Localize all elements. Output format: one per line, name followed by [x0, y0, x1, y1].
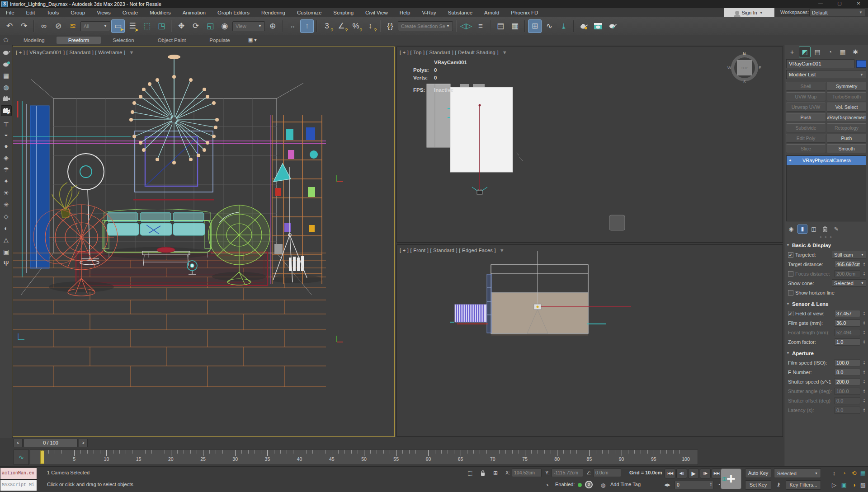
- select-and-manipulate-icon[interactable]: ↔: [286, 19, 299, 33]
- motion-tab-icon[interactable]: ◔: [824, 47, 836, 57]
- vray-last-render-icon[interactable]: [1, 58, 12, 69]
- minimize-icon[interactable]: —: [811, 0, 830, 8]
- scene-explorer-icon[interactable]: ▤: [494, 19, 507, 33]
- view-cube-face[interactable]: TOP: [737, 60, 752, 75]
- window-crossing-icon[interactable]: ◳: [155, 19, 168, 33]
- spinner-control[interactable]: ▲▼: [862, 397, 866, 404]
- layer-explorer-icon[interactable]: ▦: [508, 19, 522, 33]
- snaps-toggle-icon[interactable]: ↑: [300, 19, 314, 33]
- reference-coordinate-dropdown[interactable]: View▼: [232, 21, 265, 31]
- render-production-icon[interactable]: [606, 19, 619, 33]
- modifier-list-dropdown[interactable]: Modifier List▼: [786, 70, 866, 79]
- roll-camera-icon[interactable]: ◑: [850, 481, 858, 489]
- latency-field[interactable]: 0.0: [834, 407, 860, 414]
- current-frame-field[interactable]: 0: [675, 481, 713, 489]
- vray-dome-light-icon[interactable]: ◒: [1, 129, 12, 140]
- film-gate-field[interactable]: 36.0: [834, 319, 860, 327]
- frame-spinner[interactable]: ▲▼: [709, 481, 713, 488]
- tab-object-paint[interactable]: Object Paint: [146, 37, 198, 44]
- unlink-selection-icon[interactable]: ⊘: [52, 19, 65, 33]
- selection-lock-region-icon[interactable]: ⬚: [466, 469, 475, 478]
- add-time-tag[interactable]: Add Time Tag: [610, 482, 641, 487]
- walk-through-icon[interactable]: ▣: [840, 481, 848, 489]
- vray-light-lister-icon[interactable]: ◍: [1, 82, 12, 93]
- spinner-control[interactable]: ▲▼: [862, 310, 866, 317]
- rollout-sensor-lens[interactable]: ▼Sensor & Lens: [786, 299, 866, 309]
- selection-set-dropdown[interactable]: Selected▼: [774, 469, 821, 478]
- create-tab-icon[interactable]: +: [786, 47, 798, 57]
- select-and-link-icon[interactable]: ∞: [37, 19, 51, 33]
- display-tab-icon[interactable]: ▦: [837, 47, 849, 57]
- schematic-view-icon[interactable]: ⤓: [557, 19, 571, 33]
- stack-item-vrayphysicalcamera[interactable]: ● VRayPhysicalCamera: [787, 156, 866, 165]
- vray-stereo-rig-icon[interactable]: △: [1, 234, 12, 245]
- menu-civil-view[interactable]: Civil View: [359, 8, 394, 17]
- modifier-button-unwrap-uvw[interactable]: Unwrap UVW: [786, 103, 826, 112]
- select-and-rotate-icon[interactable]: ⟳: [189, 19, 203, 33]
- named-selection-sets-dropdown[interactable]: Create Selection Se▼: [398, 21, 453, 31]
- maximize-viewport-toggle-icon[interactable]: ▧: [859, 481, 867, 489]
- utilities-tab-icon[interactable]: ✱: [849, 47, 861, 57]
- modifier-button-slice[interactable]: Slice: [786, 144, 826, 153]
- target-distance-field[interactable]: 465.697cm: [834, 261, 860, 268]
- spinner-control[interactable]: ▲▼: [862, 319, 866, 327]
- film-speed-field[interactable]: 100.0: [834, 359, 860, 366]
- camera-viewport-label[interactable]: [ + ] [ VRayCam001 ] [ Standard ] [ Wire…: [16, 50, 134, 55]
- menu-scripting[interactable]: Scripting: [327, 8, 359, 17]
- rendered-frame-window-icon[interactable]: [591, 19, 605, 33]
- key-filters-button[interactable]: Key Filters...: [786, 480, 821, 490]
- f-number-field[interactable]: 8.0: [834, 369, 860, 376]
- select-and-move-icon[interactable]: ✥: [175, 19, 188, 33]
- fov-field[interactable]: 37.457: [834, 310, 860, 317]
- menu-tools[interactable]: Tools: [41, 8, 65, 17]
- rollout-aperture[interactable]: ▼Aperture: [786, 348, 866, 358]
- previous-frame-button[interactable]: ◀||: [676, 469, 687, 478]
- vray-sun-icon[interactable]: ☀: [1, 187, 12, 198]
- set-key-button[interactable]: Set Key: [745, 480, 771, 490]
- animation-layer-badge[interactable]: 0: [585, 481, 593, 488]
- modifier-button-shell[interactable]: Shell: [786, 82, 826, 91]
- ribbon-toggle-icon[interactable]: ⊞: [528, 19, 542, 33]
- vray-fur-icon[interactable]: Ψ: [1, 258, 12, 269]
- front-viewport-canvas[interactable]: [397, 245, 783, 436]
- create-key-button[interactable]: +⚿: [721, 469, 741, 489]
- play-button[interactable]: ▶: [688, 469, 699, 478]
- ribbon-polygon-icon[interactable]: ⬠: [0, 37, 12, 43]
- view-cube[interactable]: TOP N S W E: [730, 53, 759, 82]
- vray-ambient-light-icon[interactable]: ✳: [1, 199, 12, 210]
- tab-modeling[interactable]: Modeling: [12, 37, 57, 44]
- modifier-button-edit-poly[interactable]: Edit Poly: [786, 134, 826, 143]
- frame-forward-button[interactable]: >: [79, 439, 88, 447]
- mirror-icon[interactable]: ◁▷: [459, 19, 473, 33]
- modifier-button-subdivide[interactable]: Subdivide: [786, 123, 826, 132]
- menu-animation[interactable]: Animation: [177, 8, 212, 17]
- z-coordinate-field[interactable]: 0.0cm: [593, 469, 621, 477]
- bind-to-space-warp-icon[interactable]: ≋: [66, 19, 80, 33]
- object-color-swatch[interactable]: [856, 60, 866, 68]
- modifier-button-vraydisplacement[interactable]: VRayDisplacement: [827, 113, 866, 122]
- menu-graph-editors[interactable]: Graph Editors: [212, 8, 255, 17]
- pan-view-icon[interactable]: ▷: [830, 481, 838, 489]
- focus-distance-checkbox[interactable]: [788, 271, 793, 276]
- panel-divider[interactable]: ● ● ●: [786, 235, 866, 239]
- spinner-control[interactable]: ▲▼: [862, 338, 866, 346]
- shutter-angle-field[interactable]: 180.0: [834, 388, 860, 395]
- modifier-button-sm[interactable]: Smooth: [827, 144, 866, 153]
- vray-ies-light-icon[interactable]: ✦: [1, 176, 12, 187]
- spinner-control[interactable]: ▲▼: [862, 261, 866, 268]
- redo-icon[interactable]: ↷: [17, 19, 31, 33]
- vray-plane-light-icon[interactable]: ┬: [1, 117, 12, 128]
- shutter-speed-field[interactable]: 200.0: [834, 378, 860, 385]
- object-name-field[interactable]: VRayCam001: [786, 59, 854, 68]
- maxscript-listener-line1[interactable]: actionMan.ex: [0, 468, 37, 479]
- select-and-place-icon[interactable]: ◉: [218, 19, 231, 33]
- curve-editor-icon[interactable]: ∿: [542, 19, 556, 33]
- filter-funnel-icon[interactable]: ▼: [502, 50, 507, 55]
- frame-back-button[interactable]: <: [14, 439, 23, 447]
- key-step-icon[interactable]: ◀▶: [663, 480, 672, 489]
- select-by-name-icon[interactable]: ☰➤: [126, 19, 139, 33]
- show-end-result-icon[interactable]: ▮: [797, 225, 807, 234]
- fov-checkbox[interactable]: ✓: [788, 311, 793, 316]
- modifier-button-turbosmooth[interactable]: TurboSmooth: [827, 92, 866, 101]
- add-time-tag-icon[interactable]: ◍: [599, 481, 608, 490]
